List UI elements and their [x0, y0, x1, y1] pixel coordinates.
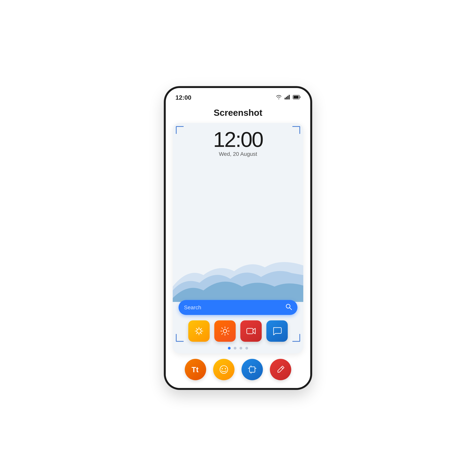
toolbar-pencil-button[interactable]	[270, 359, 291, 380]
toolbar-crop-button[interactable]	[241, 359, 263, 380]
svg-line-16	[201, 328, 202, 329]
svg-line-15	[201, 333, 202, 334]
search-placeholder: Search	[184, 305, 285, 311]
status-time: 12:00	[175, 94, 191, 101]
svg-rect-6	[294, 96, 299, 99]
svg-rect-3	[289, 95, 290, 100]
dot-4[interactable]	[245, 347, 248, 350]
svg-line-14	[196, 328, 197, 329]
dot-2[interactable]	[234, 347, 237, 350]
app-grid	[173, 315, 303, 345]
svg-rect-1	[286, 97, 287, 100]
corner-bracket-tr	[292, 126, 300, 134]
svg-point-22	[222, 368, 223, 369]
app-icon-weather[interactable]	[188, 320, 210, 342]
page-dots	[173, 345, 303, 353]
home-card: 12:00 Wed, 20 August Search	[173, 123, 303, 353]
svg-rect-0	[285, 98, 286, 100]
dot-3[interactable]	[239, 347, 242, 350]
toolbar-text-button[interactable]: Tt	[185, 359, 206, 380]
svg-line-29	[281, 367, 283, 369]
search-bar[interactable]: Search	[179, 300, 297, 315]
app-icon-video[interactable]	[240, 320, 262, 342]
clock-display: 12:00 Wed, 20 August	[173, 123, 303, 157]
svg-rect-24	[250, 367, 255, 372]
svg-point-9	[197, 329, 201, 333]
svg-point-18	[223, 329, 227, 333]
status-bar: 12:00	[166, 88, 310, 103]
corner-bracket-br	[292, 334, 300, 342]
dot-1[interactable]	[228, 347, 231, 350]
phone-wrapper: 12:00	[164, 86, 312, 390]
svg-rect-5	[300, 96, 300, 98]
svg-line-17	[196, 333, 197, 334]
svg-rect-2	[287, 96, 288, 100]
signal-icon	[284, 95, 290, 101]
phone-frame: 12:00	[164, 86, 312, 390]
mountain-area	[173, 157, 303, 302]
battery-icon	[293, 95, 301, 100]
svg-rect-19	[247, 328, 253, 334]
clock-date: Wed, 20 August	[181, 151, 295, 157]
page-title: Screenshot	[166, 103, 310, 121]
search-icon	[285, 304, 292, 311]
svg-line-8	[290, 308, 292, 310]
svg-text:Tt: Tt	[192, 366, 199, 374]
wifi-icon	[276, 95, 282, 101]
clock-time: 12:00	[181, 129, 295, 150]
svg-point-21	[220, 366, 228, 374]
svg-point-23	[225, 368, 226, 369]
toolbar-emoji-button[interactable]	[213, 359, 235, 380]
app-icon-chat[interactable]	[266, 320, 288, 342]
corner-bracket-bl	[176, 334, 184, 342]
app-icon-settings[interactable]	[214, 320, 236, 342]
status-icons	[276, 95, 301, 101]
bottom-toolbar: Tt	[166, 353, 310, 388]
corner-bracket-tl	[176, 126, 184, 134]
